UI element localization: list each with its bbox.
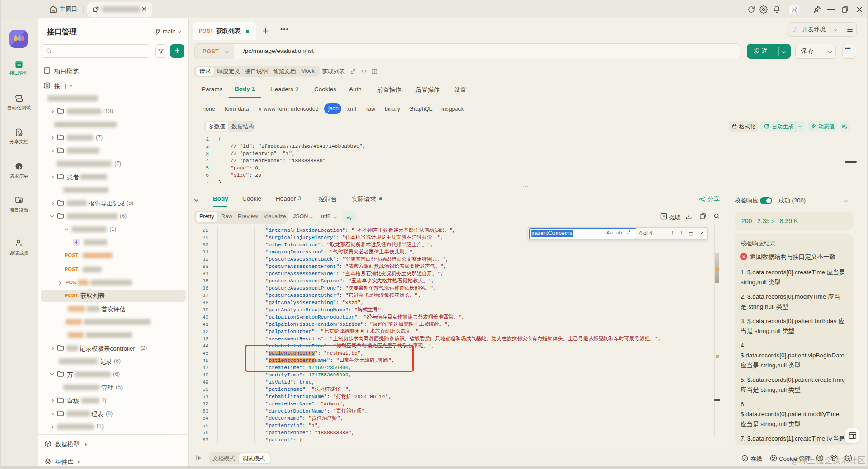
svg-text:96: 96 <box>17 63 21 67</box>
svg-text:96: 96 <box>45 84 49 87</box>
